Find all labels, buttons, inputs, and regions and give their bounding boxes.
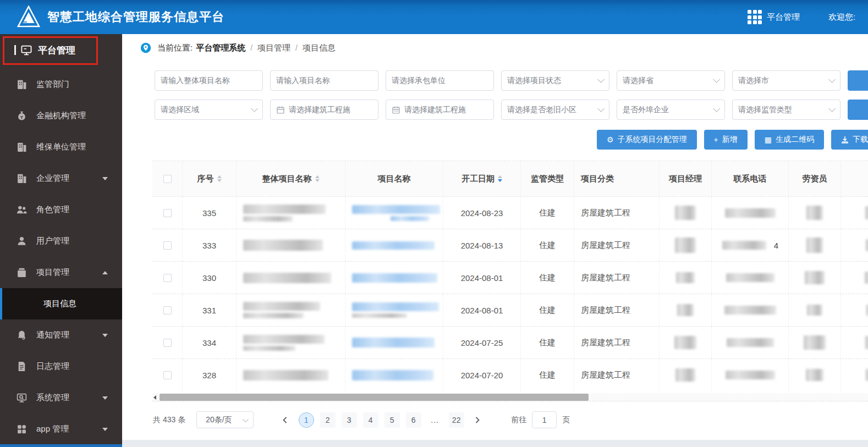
table-row[interactable]: 334 2024-07-25 住建 房屋建筑工程 — [152, 326, 868, 358]
city-select[interactable]: 请选择市 — [732, 70, 840, 91]
sidebar-item-logs[interactable]: 日志管理 — [0, 351, 122, 382]
calendar-icon — [392, 106, 400, 114]
construction-date-start-picker[interactable]: 请选择建筑工程施 — [270, 100, 378, 120]
sidebar-subitem-project-info[interactable]: 项目信息 — [0, 288, 122, 319]
project-name-input[interactable]: 请输入项目名称 — [270, 70, 378, 91]
seq-cell: 330 — [183, 262, 237, 294]
redacted-overall-name — [237, 229, 345, 261]
category-cell: 房屋建筑工程 — [574, 229, 660, 261]
page-button[interactable]: 4 — [363, 412, 378, 428]
filter-row-2: 请选择区域 请选择建筑工程施 请选择建筑工程施 请选择是否老旧小区 是否外埠企业… — [155, 100, 868, 120]
reset-button-cut[interactable] — [848, 100, 868, 120]
sort-icon[interactable] — [217, 175, 222, 182]
redacted-manager — [660, 229, 712, 261]
page-button[interactable]: 2 — [320, 412, 336, 428]
breadcrumb-level1[interactable]: 项目管理 — [257, 43, 290, 53]
page-button[interactable]: 22 — [449, 412, 464, 428]
sort-icon[interactable] — [315, 175, 320, 182]
redacted-project-name-link[interactable] — [345, 197, 443, 229]
redacted-project-name-link[interactable] — [345, 229, 443, 261]
redacted-project-name-link[interactable] — [345, 262, 443, 294]
sidebar-header[interactable]: 平台管理 — [0, 34, 122, 66]
sidebar-item-label: 维保单位管理 — [36, 142, 86, 152]
sidebar-item-app[interactable]: app 管理 — [0, 413, 122, 445]
table-row[interactable]: 330 2024-08-01 住建 房屋建筑工程 — [152, 261, 868, 294]
redacted-labor-officer — [789, 229, 841, 261]
sidebar-item-notifications[interactable]: 通知管理 — [0, 319, 122, 351]
redacted-manager — [660, 359, 712, 391]
row-checkbox[interactable] — [163, 371, 172, 379]
category-cell: 房屋建筑工程 — [574, 197, 660, 229]
page-button-current[interactable]: 1 — [299, 412, 314, 428]
table-row[interactable]: 335 2024-08-23 住建 房屋建筑工程 — [152, 196, 868, 229]
redacted-labor-officer — [789, 294, 841, 326]
contractor-select[interactable]: 请选择承包单位 — [386, 70, 494, 91]
start-date-cell: 2024-08-01 — [443, 294, 521, 326]
redacted-overall-name — [237, 359, 345, 391]
seq-cell: 333 — [183, 229, 237, 261]
add-button[interactable]: +新增 — [704, 130, 748, 150]
sidebar-item-projects[interactable]: 项目管理 — [0, 257, 122, 288]
redacted-project-name-link[interactable] — [345, 327, 443, 358]
chevron-down-icon — [713, 76, 720, 83]
page-ellipsis[interactable]: ... — [427, 412, 443, 428]
projects-table: 序号 整体项目名称 项目名称 开工日期 监管类型 项目分类 项目经理 联系电话 … — [152, 161, 868, 391]
col-seq[interactable]: 序号 — [183, 161, 237, 196]
sort-icon-active[interactable] — [498, 175, 502, 182]
table-row[interactable]: 328 2024-07-20 住建 房屋建筑工程 — [152, 358, 868, 391]
supervision-type-select[interactable]: 请选择监管类型 — [732, 100, 840, 120]
page-button[interactable]: 5 — [384, 412, 400, 428]
top-header-bar: 智慧工地综合管理服务信息平台 平台管理 欢迎您: — [0, 0, 868, 34]
generate-qrcode-button[interactable]: ▦生成二维码 — [755, 130, 824, 150]
overall-project-name-input[interactable]: 请输入整体项目名称 — [155, 70, 263, 91]
row-checkbox[interactable] — [163, 209, 172, 217]
sidebar-item-maintenance[interactable]: 维保单位管理 — [0, 131, 122, 163]
breadcrumb: 当前位置: 平台管理系统 / 项目管理 / 项目信息 — [122, 34, 868, 62]
construction-date-end-picker[interactable]: 请选择建筑工程施 — [386, 100, 494, 120]
province-select[interactable]: 请选择省 — [617, 70, 725, 91]
redacted-project-name-link[interactable] — [345, 359, 443, 391]
sidebar-item-roles[interactable]: 角色管理 — [0, 194, 122, 225]
row-checkbox[interactable] — [163, 306, 172, 314]
building-icon — [16, 141, 28, 153]
sidebar-item-financial[interactable]: 金融机构管理 — [0, 100, 122, 131]
download-button-cut[interactable]: 下载 — [831, 130, 868, 150]
external-enterprise-select[interactable]: 是否外埠企业 — [617, 100, 725, 120]
page-size-select[interactable]: 20条/页 — [196, 411, 254, 428]
subsystem-assign-button[interactable]: ⚙子系统项目分配管理 — [597, 130, 697, 150]
region-select[interactable]: 请选择区域 — [155, 100, 263, 120]
project-status-select[interactable]: 请选择项目状态 — [501, 70, 609, 91]
topnav-platform-label[interactable]: 平台管理 — [767, 12, 800, 23]
sidebar-item-regulators[interactable]: 监管部门 — [0, 69, 122, 100]
scrollbar-thumb[interactable] — [160, 394, 589, 401]
redacted-phone — [712, 294, 789, 326]
filter-row-1: 请输入整体项目名称 请输入项目名称 请选择承包单位 请选择项目状态 请选择省 请… — [155, 70, 868, 91]
row-checkbox[interactable] — [163, 241, 172, 250]
row-checkbox[interactable] — [163, 274, 172, 282]
row-checkbox[interactable] — [163, 339, 172, 347]
col-overall-name[interactable]: 整体项目名称 — [237, 161, 345, 196]
page-button[interactable]: 3 — [342, 412, 357, 428]
sidebar-item-label: 角色管理 — [36, 205, 69, 215]
goto-page-input[interactable] — [532, 411, 557, 428]
search-button-cut[interactable] — [848, 70, 868, 91]
sidebar-item-label: 企业管理 — [36, 173, 69, 184]
page-button[interactable]: 6 — [406, 412, 421, 428]
table-row[interactable]: 333 2024-08-13 住建 房屋建筑工程 4 — [152, 229, 868, 261]
sidebar-item-system[interactable]: 系统管理 — [0, 382, 122, 413]
apps-grid-icon[interactable] — [748, 10, 762, 24]
sidebar-item-users[interactable]: 用户管理 — [0, 225, 122, 257]
breadcrumb-root[interactable]: 平台管理系统 — [196, 43, 245, 53]
redacted-project-name-link[interactable] — [345, 294, 443, 326]
building-icon — [16, 79, 28, 90]
prev-page-button[interactable] — [277, 412, 293, 428]
breadcrumb-level2[interactable]: 项目信息 — [303, 43, 336, 53]
next-page-button[interactable] — [470, 412, 485, 428]
sidebar-item-enterprise[interactable]: 企业管理 — [0, 163, 122, 194]
old-community-select[interactable]: 请选择是否老旧小区 — [501, 100, 609, 120]
sidebar-header-label: 平台管理 — [38, 44, 75, 57]
table-row[interactable]: 331 2024-08-01 住建 房屋建筑工程 — [152, 294, 868, 326]
horizontal-scrollbar[interactable] — [152, 393, 868, 401]
col-start-date[interactable]: 开工日期 — [443, 161, 521, 196]
select-all-checkbox[interactable] — [163, 175, 172, 183]
